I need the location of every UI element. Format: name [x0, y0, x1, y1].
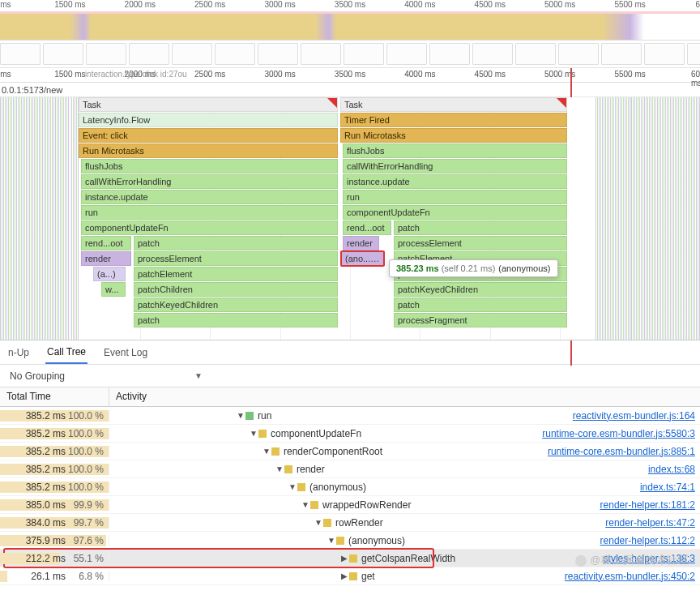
- flame-frame[interactable]: Task: [340, 97, 567, 112]
- tree-expand-icon[interactable]: ▼: [249, 429, 258, 438]
- source-link[interactable]: index.ts:74:1: [640, 482, 700, 493]
- tab-event-log[interactable]: Event Log: [102, 340, 149, 364]
- network-url-row: 0.0.1:5173/new: [0, 83, 700, 97]
- table-row[interactable]: 385.2 ms100.0 %▼componentUpdateFnruntime…: [0, 425, 700, 443]
- table-row[interactable]: 385.2 ms100.0 %▼runreactivity.esm-bundle…: [0, 407, 700, 425]
- flame-frame[interactable]: patch: [134, 313, 338, 327]
- activity-name: getColspanRealWidth: [361, 553, 455, 564]
- flame-frame[interactable]: callWithErrorHandling: [81, 174, 338, 189]
- table-row[interactable]: 385.0 ms99.9 %▼wrappedRowRenderrender-he…: [0, 496, 700, 514]
- flame-frame[interactable]: rend...oot: [343, 220, 391, 235]
- tree-collapse-icon[interactable]: ▶: [339, 554, 349, 563]
- flame-frame[interactable]: callWithErrorHandling: [343, 159, 567, 173]
- flame-frame[interactable]: patchKeyedChildren: [394, 282, 567, 297]
- flame-frame[interactable]: patchChildren: [134, 282, 338, 297]
- grouping-selector[interactable]: No Grouping ▼: [0, 365, 700, 387]
- timeline-ruler[interactable]: 00 ms1500 ms2000 ms2500 ms3000 ms3500 ms…: [0, 68, 700, 83]
- filmstrip-frame[interactable]: [429, 43, 470, 65]
- flame-frame[interactable]: Event: click: [79, 128, 338, 143]
- timeline-overview[interactable]: 00 ms1500 ms2000 ms2500 ms3000 ms3500 ms…: [0, 0, 700, 41]
- col-header-activity[interactable]: Activity: [109, 387, 700, 406]
- flame-frame[interactable]: LatencyInfo.Flow: [79, 113, 338, 127]
- flame-frame[interactable]: patch: [134, 236, 338, 250]
- cell-activity: ▼renderindex.ts:68: [109, 464, 700, 475]
- flame-frame[interactable]: processElement: [394, 236, 567, 250]
- tab-bottom-up[interactable]: n-Up: [6, 340, 31, 364]
- tree-collapse-icon[interactable]: ▶: [339, 571, 349, 580]
- table-row[interactable]: 212.2 ms55.1 %▶getColspanRealWidthstyles…: [0, 550, 700, 567]
- tree-expand-icon[interactable]: ▼: [314, 518, 323, 527]
- source-link[interactable]: reactivity.esm-bundler.js:164: [573, 410, 700, 422]
- filmstrip-frame[interactable]: [472, 43, 513, 65]
- flame-frame[interactable]: render: [81, 251, 131, 266]
- flame-frame[interactable]: patch: [394, 298, 567, 312]
- table-row[interactable]: 385.2 ms100.0 %▼(anonymous)index.ts:74:1: [0, 478, 700, 496]
- flame-frame[interactable]: Task: [79, 97, 338, 112]
- flame-frame[interactable]: w...: [101, 282, 126, 297]
- source-link[interactable]: index.ts:68: [648, 464, 700, 475]
- overview-ticks: 00 ms1500 ms2000 ms2500 ms3000 ms3500 ms…: [0, 0, 700, 11]
- filmstrip-frame[interactable]: [386, 43, 427, 65]
- source-link[interactable]: runtime-core.esm-bundler.js:885:1: [548, 446, 700, 457]
- flame-frame[interactable]: patchElement: [134, 267, 338, 281]
- table-row[interactable]: 385.2 ms100.0 %▼renderindex.ts:68: [0, 460, 700, 478]
- source-link[interactable]: render-helper.ts:112:2: [600, 535, 700, 546]
- flame-frame[interactable]: patch: [394, 220, 567, 235]
- filmstrip-frame[interactable]: [558, 43, 599, 65]
- filmstrip-frame[interactable]: [0, 43, 41, 65]
- filmstrip-frame[interactable]: [301, 43, 341, 65]
- filmstrip-frame[interactable]: [344, 43, 384, 65]
- filmstrip-frame[interactable]: [86, 43, 126, 65]
- total-time-ms: 385.2 ms: [26, 410, 66, 422]
- flame-frame[interactable]: processFragment: [394, 313, 567, 327]
- tree-expand-icon[interactable]: ▼: [327, 536, 336, 545]
- flame-frame[interactable]: instance.update: [343, 174, 567, 189]
- filmstrip-frame[interactable]: [172, 43, 212, 65]
- flame-frame[interactable]: Run Microtasks: [340, 128, 567, 143]
- flame-frame[interactable]: Timer Fired: [340, 113, 567, 127]
- cell-total-time: 385.0 ms99.9 %: [0, 499, 109, 511]
- source-link[interactable]: render-helper.ts:47:2: [605, 517, 700, 529]
- flame-frame[interactable]: run: [81, 205, 338, 220]
- filmstrip-frame[interactable]: [515, 43, 556, 65]
- table-row[interactable]: 385.2 ms100.0 %▼renderComponentRootrunti…: [0, 443, 700, 460]
- flame-frame[interactable]: rend...oot: [81, 236, 131, 250]
- tree-expand-icon[interactable]: ▼: [288, 482, 297, 491]
- source-link[interactable]: runtime-core.esm-bundler.js:5580:3: [542, 428, 700, 439]
- table-row[interactable]: 384.0 ms99.7 %▼rowRenderrender-helper.ts…: [0, 514, 700, 532]
- filmstrip-frame[interactable]: [129, 43, 169, 65]
- flame-frame[interactable]: patchKeyedChildren: [134, 298, 338, 312]
- flame-frame[interactable]: instance.update: [81, 190, 338, 204]
- source-link[interactable]: reactivity.esm-bundler.js:450:2: [565, 571, 700, 582]
- tree-expand-icon[interactable]: ▼: [275, 464, 284, 473]
- tree-expand-icon[interactable]: ▼: [301, 500, 310, 509]
- filmstrip-frame[interactable]: [687, 43, 700, 65]
- filmstrip-frame[interactable]: [215, 43, 255, 65]
- tree-expand-icon[interactable]: ▼: [262, 447, 271, 456]
- call-tree-body[interactable]: 385.2 ms100.0 %▼runreactivity.esm-bundle…: [0, 407, 700, 585]
- flame-frame-highlight[interactable]: (ano...us): [340, 250, 385, 267]
- flame-frame[interactable]: flushJobs: [343, 143, 567, 158]
- total-time-pct: 100.0 %: [68, 464, 104, 475]
- source-link[interactable]: styles-helper.ts:138:3: [604, 553, 700, 564]
- filmstrip-frame[interactable]: [43, 43, 83, 65]
- flame-frame[interactable]: processElement: [134, 251, 338, 266]
- col-header-total-time[interactable]: Total Time: [0, 387, 109, 406]
- flame-frame[interactable]: componentUpdateFn: [343, 205, 567, 220]
- flamechart[interactable]: TaskLatencyInfo.FlowEvent: clickRun Micr…: [0, 97, 700, 340]
- flame-frame[interactable]: flushJobs: [81, 159, 338, 173]
- table-row[interactable]: 26.1 ms6.8 %▶getreactivity.esm-bundler.j…: [0, 567, 700, 585]
- flame-frame[interactable]: render: [343, 236, 379, 250]
- tab-call-tree[interactable]: Call Tree: [45, 340, 88, 364]
- table-row[interactable]: 375.9 ms97.6 %▼(anonymous)render-helper.…: [0, 532, 700, 550]
- filmstrip-frame[interactable]: [601, 43, 642, 65]
- flame-frame[interactable]: (a...): [93, 267, 126, 281]
- filmstrip-frame[interactable]: [644, 43, 685, 65]
- filmstrip-frame[interactable]: [258, 43, 298, 65]
- filmstrip[interactable]: [0, 41, 700, 68]
- flame-frame[interactable]: componentUpdateFn: [81, 220, 338, 235]
- flame-frame[interactable]: run: [343, 190, 567, 204]
- source-link[interactable]: render-helper.ts:181:2: [600, 499, 700, 511]
- tree-expand-icon[interactable]: ▼: [236, 411, 245, 420]
- flame-frame[interactable]: Run Microtasks: [79, 143, 338, 158]
